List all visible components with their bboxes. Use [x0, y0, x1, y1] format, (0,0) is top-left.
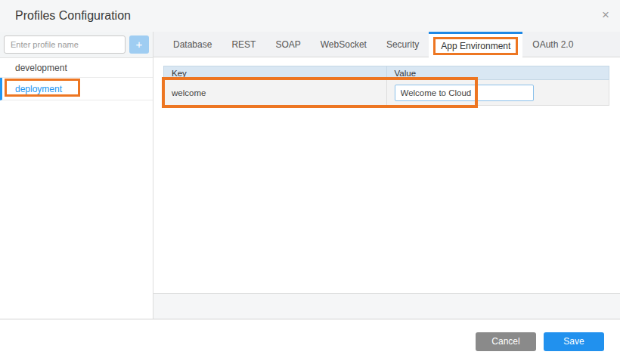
tab-app-environment[interactable]: App Environment [429, 32, 522, 57]
profile-item-deployment[interactable]: deployment [0, 78, 153, 100]
tab-label: App Environment [441, 41, 510, 51]
profile-item-label: deployment [15, 84, 62, 94]
key-value-table: Key Value welcome [163, 66, 609, 106]
tab-soap[interactable]: SOAP [265, 32, 310, 57]
app-environment-tab-panel: Key Value welcome [153, 57, 620, 293]
table-row: welcome [164, 80, 609, 106]
add-profile-button[interactable]: + [129, 35, 149, 54]
settings-tabbar: Database REST SOAP WebSocket Security Ap… [153, 32, 620, 57]
add-profile-row: + [0, 32, 153, 58]
key-cell: welcome [164, 80, 387, 106]
tab-panel-footer-strip [153, 293, 620, 319]
table-header-row: Key Value [164, 66, 609, 80]
profiles-sidebar: + development deployment [0, 32, 153, 319]
column-header-value: Value [386, 66, 609, 80]
value-cell [386, 80, 609, 106]
profile-item-development[interactable]: development [0, 58, 153, 78]
cancel-button[interactable]: Cancel [476, 332, 536, 351]
tab-oauth-2-0[interactable]: OAuth 2.0 [522, 32, 583, 57]
annotation-box-app-environment: App Environment [433, 37, 518, 55]
tab-rest[interactable]: REST [222, 32, 265, 57]
profile-name-input[interactable] [4, 35, 126, 54]
dialog-body: + development deployment Database REST S… [0, 32, 620, 319]
profiles-configuration-dialog: Profiles Configuration × + development d… [0, 0, 620, 364]
tab-websocket[interactable]: WebSocket [311, 32, 377, 57]
close-icon[interactable]: × [602, 8, 609, 23]
save-button[interactable]: Save [544, 332, 604, 351]
dialog-header: Profiles Configuration × [0, 0, 620, 32]
dialog-footer: Cancel Save [0, 319, 620, 363]
column-header-key: Key [164, 66, 387, 80]
value-input[interactable] [395, 85, 534, 101]
tab-security[interactable]: Security [377, 32, 429, 57]
dialog-title: Profiles Configuration [0, 9, 131, 23]
profile-settings-panel: Database REST SOAP WebSocket Security Ap… [153, 32, 620, 319]
tab-database[interactable]: Database [163, 32, 222, 57]
